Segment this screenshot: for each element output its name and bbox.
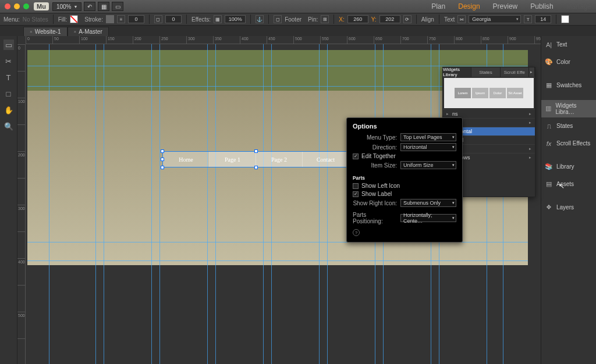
- rectangle-tool[interactable]: □: [3, 88, 14, 99]
- close-icon[interactable]: ×: [30, 29, 33, 34]
- zoom-tool[interactable]: 🔍: [3, 121, 14, 131]
- wl-item[interactable]: ns▸: [443, 109, 535, 118]
- font-size-icon: T: [524, 15, 532, 23]
- x-input[interactable]: 260: [347, 15, 368, 23]
- edit-together-label: Edit Together: [361, 153, 396, 159]
- stroke-swatch[interactable]: [106, 15, 114, 23]
- help-icon[interactable]: ?: [353, 229, 360, 236]
- item-size-dropdown[interactable]: Uniform Size: [400, 161, 456, 169]
- layers-icon: ❖: [545, 204, 553, 211]
- menu-value[interactable]: No States: [23, 16, 48, 23]
- widgets-icon: ▥: [545, 105, 552, 112]
- fill-label: Fill:: [58, 16, 68, 23]
- color-icon: 🎨: [545, 58, 553, 66]
- edit-together-checkbox[interactable]: ✓: [353, 154, 359, 159]
- dock-text[interactable]: A|Text: [541, 36, 596, 53]
- rotation-icon[interactable]: ⟳: [403, 15, 411, 23]
- opacity-input[interactable]: 100%: [225, 15, 246, 23]
- text-color-swatch[interactable]: [561, 15, 569, 23]
- corner-radius-input[interactable]: 0: [165, 15, 182, 23]
- show-left-icon-checkbox[interactable]: [353, 183, 359, 189]
- font-family-dropdown[interactable]: Georgia: [469, 15, 521, 23]
- widget-options-flyout[interactable]: Options Menu Type:Top Level Pages Direct…: [346, 117, 463, 242]
- wl-tab-scroll[interactable]: Scroll Effe: [501, 67, 529, 77]
- dock-assets[interactable]: ▤Assets: [541, 176, 596, 193]
- view-toggle-button[interactable]: ▦: [98, 2, 109, 11]
- font-size-input[interactable]: 14: [535, 15, 551, 23]
- text-icon: A|: [545, 41, 553, 48]
- panel-toggle-button[interactable]: ▭: [112, 2, 123, 11]
- parts-positioning-label: Parts Positioning:: [353, 212, 397, 224]
- crop-tool[interactable]: ✂: [3, 56, 14, 66]
- menu-type-dropdown[interactable]: Top Level Pages: [400, 133, 456, 141]
- hyperlink-icon[interactable]: ⫘: [457, 15, 466, 23]
- anchor-icon[interactable]: ⚓: [256, 15, 264, 23]
- show-label-checkbox[interactable]: ✓: [353, 191, 359, 197]
- window-controls: [5, 3, 29, 9]
- close-window-button[interactable]: [5, 3, 10, 9]
- text-tool[interactable]: T: [3, 72, 14, 83]
- dock-layers[interactable]: ❖Layers: [541, 199, 596, 216]
- mode-design[interactable]: Design: [458, 2, 480, 10]
- fx-icon: fx: [545, 140, 553, 147]
- mode-publish[interactable]: Publish: [530, 2, 553, 10]
- stroke-width-icon: ≡: [117, 15, 125, 23]
- nav-item-contact[interactable]: Contact: [303, 152, 349, 167]
- vertical-ruler: 0100200300400500600: [17, 44, 26, 364]
- close-icon[interactable]: ×: [74, 29, 77, 34]
- tool-column: ▭ ✂ T □ ✋ 🔍: [0, 36, 17, 364]
- wl-overflow-menu[interactable]: ▸: [529, 67, 535, 77]
- resize-handle[interactable]: [161, 149, 164, 153]
- align-label[interactable]: Align: [421, 16, 434, 23]
- nav-item-home[interactable]: Home: [163, 152, 210, 167]
- right-panel-dock: A|Text 🎨Color ▦Swatches ▥Widgets Libra… …: [541, 36, 596, 364]
- dock-widgets-library[interactable]: ▥Widgets Libra…: [541, 100, 596, 117]
- zoom-value: 100%: [56, 3, 72, 10]
- dock-states[interactable]: ⎍States: [541, 117, 596, 135]
- x-label: X:: [339, 16, 344, 23]
- effects-label: Effects:: [191, 16, 211, 23]
- wl-tab-states[interactable]: States: [471, 67, 500, 77]
- menu-type-label: Menu Type:: [367, 134, 397, 141]
- mode-manage[interactable]: Manage: [566, 2, 591, 10]
- direction-dropdown[interactable]: Horizontal: [400, 143, 456, 151]
- resize-handle[interactable]: [161, 158, 164, 161]
- show-right-icon-label: Show Right Icon:: [353, 200, 397, 206]
- nav-item-page2[interactable]: Page 2: [256, 152, 303, 167]
- undo-button[interactable]: ↶: [84, 2, 95, 11]
- minimize-window-button[interactable]: [14, 3, 20, 9]
- show-right-icon-dropdown[interactable]: Submenus Only: [400, 199, 456, 207]
- control-bar: Menu: No States Fill: Stroke: ≡ 0 ◻ 0 Ef…: [0, 13, 596, 26]
- tab-website-1[interactable]: ×Website-1: [23, 27, 68, 36]
- resize-handle[interactable]: [254, 149, 258, 153]
- effects-icon[interactable]: ▦: [214, 15, 222, 23]
- footer-checkbox[interactable]: ◻: [274, 15, 282, 23]
- resize-handle[interactable]: [161, 166, 164, 169]
- pin-grid[interactable]: ⊞: [321, 15, 329, 23]
- text-label: Text: [444, 16, 455, 23]
- tab-a-master[interactable]: ×A-Master: [68, 27, 109, 36]
- wl-tab-library[interactable]: Widgets Library: [443, 67, 471, 77]
- fill-swatch[interactable]: [70, 15, 78, 23]
- dock-library[interactable]: 📚Library: [541, 158, 596, 176]
- dock-swatches[interactable]: ▦Swatches: [541, 77, 596, 94]
- states-icon: ⎍: [545, 123, 553, 130]
- parts-positioning-dropdown[interactable]: Horizontally; Cente…: [400, 214, 456, 222]
- resize-handle[interactable]: [254, 166, 258, 169]
- zoom-level-dropdown[interactable]: 100%▼: [52, 2, 82, 11]
- selection-tool[interactable]: ▭: [3, 40, 14, 50]
- menu-widget-selected[interactable]: Home Page 1 Page 2 Contact ▶: [162, 151, 350, 167]
- corner-options-icon[interactable]: ◻: [154, 15, 162, 23]
- y-input[interactable]: 202: [379, 15, 400, 23]
- mode-plan[interactable]: Plan: [431, 2, 445, 10]
- hand-tool[interactable]: ✋: [3, 105, 14, 115]
- dock-scroll-effects[interactable]: fxScroll Effects: [541, 135, 596, 152]
- zoom-window-button[interactable]: [23, 3, 29, 9]
- nav-item-page1[interactable]: Page 1: [210, 152, 256, 167]
- dock-color[interactable]: 🎨Color: [541, 53, 596, 71]
- preview-btn: Lorem: [455, 88, 471, 98]
- show-left-icon-label: Show Left Icon: [361, 183, 400, 189]
- assets-icon: ▤: [545, 180, 553, 188]
- mode-preview[interactable]: Preview: [493, 2, 518, 10]
- stroke-width-input[interactable]: 0: [128, 15, 144, 23]
